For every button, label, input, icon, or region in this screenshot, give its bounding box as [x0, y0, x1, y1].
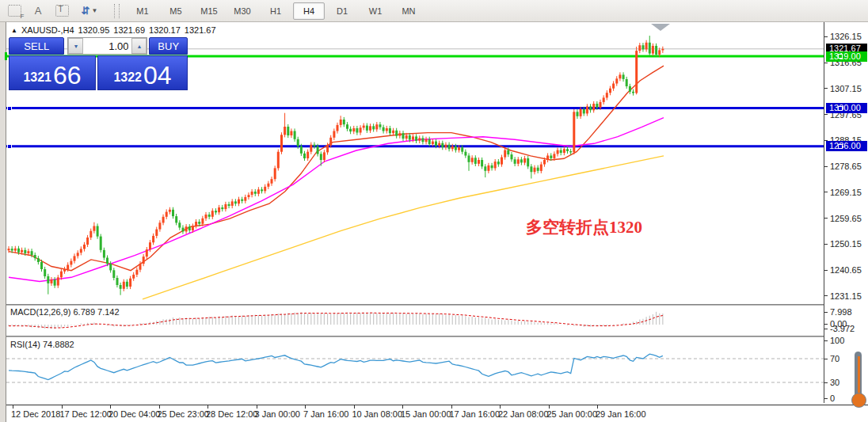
time-axis-label: 3 Jan 00:00: [255, 409, 301, 419]
time-axis-label: 17 Dec 12:00: [60, 409, 112, 419]
arrows-icon[interactable]: ⇵▼: [76, 2, 103, 19]
time-axis-tick: [402, 405, 403, 409]
time-axis-label: 25 Jan 00:00: [547, 409, 598, 419]
axis-tick: [824, 218, 828, 219]
timeframe-h4[interactable]: H4: [293, 2, 325, 20]
rsi-scale-label: 100: [830, 336, 844, 345]
axis-tick: [824, 270, 828, 271]
axis-tick: [824, 36, 828, 37]
buy-button[interactable]: BUY: [149, 37, 188, 55]
axis-tick: [824, 114, 828, 115]
time-axis-label: 15 Jan 00:00: [401, 409, 451, 419]
time-axis-label: 17 Jan 16:00: [450, 409, 501, 419]
axis-tick: [824, 324, 828, 325]
buy-price-big: 04: [143, 63, 172, 88]
timeframe-mn[interactable]: MN: [393, 2, 424, 20]
macd-signal-value: 7.142: [97, 307, 120, 317]
buy-price-box[interactable]: 1322 04: [97, 55, 188, 90]
hline-1319-left-handle[interactable]: [5, 52, 7, 60]
timeframe-m5[interactable]: M5: [160, 2, 192, 20]
timeframe-d1[interactable]: D1: [326, 2, 358, 20]
time-axis-tick: [451, 405, 452, 409]
price-axis-label: 1231.15: [830, 291, 862, 301]
axis-tick: [824, 359, 828, 359]
price-axis-separator: [824, 22, 824, 403]
chart-window: ▲ XAUUSD-,H4 1320.951321.691320.171321.6…: [6, 22, 868, 422]
label-a-icon[interactable]: A: [29, 2, 48, 19]
price-axis-label: 1326.15: [830, 32, 862, 41]
axis-tick: [824, 398, 828, 399]
time-axis-label: 12 Dec 2018: [11, 409, 60, 419]
sell-price-small: 1321: [23, 67, 51, 88]
down-arrow-marker-icon[interactable]: [651, 24, 670, 31]
chart-title-open: 1320.95: [78, 25, 110, 35]
thermometer-bulb: [851, 393, 866, 408]
hline-1300-right-handle[interactable]: [838, 106, 843, 111]
buy-price-small: 1322: [113, 67, 142, 88]
rsi-scale-label: 30: [830, 378, 839, 387]
hline-1319-right-handle[interactable]: [838, 54, 843, 59]
hline-price-badge: 1286.00: [826, 141, 867, 151]
sell-price-box[interactable]: 1321 66: [9, 55, 96, 90]
timeframe-h1[interactable]: H1: [260, 2, 291, 20]
time-axis-tick: [159, 405, 160, 409]
time-axis-label: 10 Jan 08:00: [352, 409, 403, 419]
macd-main-value: 6.789: [73, 307, 95, 317]
axis-tick: [824, 192, 828, 192]
time-axis-label: 20 Dec 04:00: [108, 409, 160, 419]
price-axis-label: 1307.15: [830, 84, 862, 93]
text-t-icon[interactable]: [52, 2, 71, 19]
macd-label: MACD(12,26,9): [10, 307, 70, 317]
chart-title-high: 1321.69: [113, 25, 145, 35]
axis-tick: [824, 63, 828, 63]
macd-scale-label: -3.972: [830, 324, 855, 333]
time-axis-tick: [13, 405, 13, 409]
macd-scale-label: 7.998: [830, 307, 852, 317]
timeframe-m15[interactable]: M15: [193, 2, 225, 20]
chevron-down-icon[interactable]: ▼: [91, 7, 97, 14]
toolbar-grip[interactable]: [114, 4, 120, 18]
thermometer-icon: [849, 352, 868, 420]
axis-tick: [824, 166, 828, 167]
one-click-trading-panel: SELL ▼ ▲ BUY 1321 66 1322 04: [9, 37, 188, 90]
axis-tick: [824, 88, 828, 89]
rsi-value: 74.8882: [43, 340, 74, 349]
chart-annotation: 多空转折点1320: [526, 216, 642, 238]
rsi-canvas[interactable]: [6, 337, 824, 402]
price-axis[interactable]: 1326.151316.651307.151297.651288.151278.…: [824, 22, 868, 403]
thermometer-core: [858, 356, 860, 397]
timeframe-m1[interactable]: M1: [127, 2, 158, 20]
timeframe-w1[interactable]: W1: [360, 2, 391, 20]
axis-tick: [824, 340, 828, 341]
top-toolbar: F A ⇵▼ M1M5M15M30H1H4D1W1MN: [0, 0, 868, 22]
grid-f-icon[interactable]: F: [5, 2, 24, 19]
time-axis[interactable]: 12 Dec 201817 Dec 12:0020 Dec 04:0025 De…: [6, 405, 868, 422]
time-axis-tick: [500, 405, 501, 409]
time-axis-tick: [207, 405, 208, 409]
sell-button[interactable]: SELL: [9, 37, 64, 55]
time-axis-label: 28 Dec 12:00: [206, 409, 257, 419]
chart-title-low: 1320.17: [149, 25, 181, 35]
rsi-scale-label: 70: [830, 354, 839, 363]
time-axis-tick: [257, 405, 257, 409]
volume-input[interactable]: [83, 38, 131, 54]
hline-1286-right-handle[interactable]: [838, 144, 843, 149]
volume-down-button[interactable]: ▼: [68, 38, 83, 54]
collapse-arrow-icon[interactable]: ▲: [11, 27, 17, 34]
volume-up-button[interactable]: ▲: [131, 38, 147, 54]
volume-stepper: ▼ ▲: [67, 37, 147, 55]
axis-tick: [824, 295, 828, 296]
time-axis-label: 7 Jan 16:00: [303, 409, 349, 419]
macd-label-row: MACD(12,26,9) 6.789 7.142: [10, 307, 120, 317]
chart-title-symbol: XAUUSD-,H4: [21, 25, 74, 35]
timeframe-m30[interactable]: M30: [227, 2, 258, 20]
hline-price-badge: 1300.00: [826, 103, 867, 113]
price-axis-label: 1259.65: [830, 214, 862, 223]
window-left-gutter: [0, 22, 6, 422]
hline-1300-left-handle[interactable]: [7, 106, 12, 111]
text-t-icon-shape: [55, 5, 69, 17]
time-axis-tick: [305, 405, 306, 409]
macd-canvas[interactable]: [6, 306, 824, 336]
time-axis-label: 25 Dec 23:00: [158, 409, 209, 419]
hline-1286-left-handle[interactable]: [7, 144, 12, 149]
